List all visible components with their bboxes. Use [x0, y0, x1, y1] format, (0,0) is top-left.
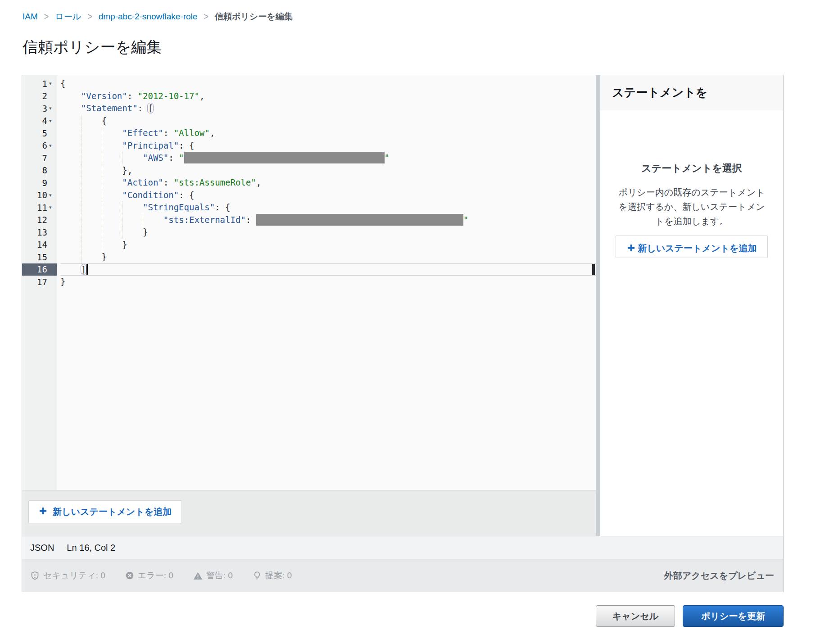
- code-line-2[interactable]: "Version": "2012-10-17",: [60, 90, 596, 103]
- code-line-11[interactable]: "StringEquals": {: [60, 201, 596, 214]
- preview-external-access-link[interactable]: 外部アクセスをプレビュー: [664, 570, 774, 582]
- code-line-3[interactable]: "Statement": [: [60, 102, 596, 115]
- gutter-line-14[interactable]: 14: [22, 239, 57, 251]
- code-line-4[interactable]: {: [60, 115, 596, 127]
- breadcrumb-current-page: 信頼ポリシーを編集: [215, 11, 293, 23]
- gutter-line-4[interactable]: 4▾: [22, 115, 57, 127]
- gutter-line-9[interactable]: 9: [22, 177, 57, 189]
- gutter-line-15[interactable]: 15: [22, 251, 57, 263]
- code-line-9[interactable]: "Action": "sts:AssumeRole",: [60, 177, 596, 189]
- code-line-6[interactable]: "Principal": {: [60, 140, 596, 152]
- cursor-position-label: Ln 16, Col 2: [67, 543, 115, 553]
- gutter-line-3[interactable]: 3▾: [22, 102, 57, 115]
- editor-mode-label: JSON: [30, 543, 54, 553]
- add-statement-button-panel[interactable]: 新しいステートメントを追加: [616, 236, 768, 258]
- gutter-line-11[interactable]: 11▾: [22, 201, 57, 214]
- code-line-7[interactable]: "AWS": "": [60, 152, 596, 164]
- suggestion-count-label: 提案: 0: [265, 570, 292, 581]
- gutter-line-6[interactable]: 6▾: [22, 140, 57, 152]
- redacted-value: [256, 214, 463, 226]
- breadcrumb-separator-icon: >: [204, 11, 209, 23]
- json-code-editor[interactable]: 1▾23▾4▾56▾78910▾11▾121314151617 {"Versio…: [22, 75, 596, 490]
- breadcrumb-separator-icon: >: [87, 11, 92, 23]
- code-line-17[interactable]: }: [60, 276, 596, 288]
- security-findings-label: セキュリティ: 0: [43, 570, 105, 581]
- gutter-line-13[interactable]: 13: [22, 226, 57, 239]
- fold-arrow-icon[interactable]: ▾: [49, 192, 57, 198]
- code-line-16[interactable]: ]: [60, 263, 596, 276]
- add-statement-button-label: 新しいステートメントを追加: [53, 506, 172, 518]
- code-line-12[interactable]: "sts:ExternalId": ": [60, 214, 596, 227]
- gutter-line-10[interactable]: 10▾: [22, 189, 57, 202]
- trust-policy-editor-box: 1▾23▾4▾56▾78910▾11▾121314151617 {"Versio…: [22, 75, 784, 592]
- editor-footer-strip: 新しいステートメントを追加: [22, 490, 596, 536]
- warning-count: 警告: 0: [193, 570, 233, 581]
- fold-arrow-icon[interactable]: ▾: [49, 105, 57, 111]
- warning-triangle-icon: [193, 571, 203, 581]
- editor-status-bar: JSON Ln 16, Col 2: [22, 536, 783, 559]
- scrollbar-cursor-mark: [592, 264, 595, 275]
- update-policy-button[interactable]: ポリシーを更新: [683, 605, 784, 627]
- cancel-button[interactable]: キャンセル: [596, 605, 675, 627]
- gutter-line-16[interactable]: 16: [22, 263, 57, 276]
- error-count: エラー: 0: [125, 570, 173, 581]
- page-title: 信頼ポリシーを編集: [23, 37, 162, 58]
- breadcrumb-link-role-name[interactable]: dmp-abc-2-snowflake-role: [99, 12, 198, 22]
- code-line-5[interactable]: "Effect": "Allow",: [60, 127, 596, 140]
- warning-count-label: 警告: 0: [206, 570, 233, 581]
- gutter-line-7[interactable]: 7: [22, 152, 57, 164]
- code-line-10[interactable]: "Condition": {: [60, 189, 596, 202]
- statement-panel-header: ステートメントを: [600, 75, 783, 111]
- gutter-line-12[interactable]: 12: [22, 214, 57, 227]
- editor-panel-divider[interactable]: [596, 75, 600, 536]
- gutter-line-1[interactable]: 1▾: [22, 77, 57, 90]
- error-circle-icon: [125, 571, 134, 580]
- code-line-1[interactable]: {: [60, 77, 596, 90]
- code-line-13[interactable]: }: [60, 226, 596, 239]
- gutter-line-8[interactable]: 8: [22, 164, 57, 177]
- error-count-label: エラー: 0: [138, 570, 173, 581]
- select-statement-description: ポリシー内の既存のステートメントを選択するか、新しいステートメントを追加します。: [616, 185, 768, 228]
- fold-arrow-icon[interactable]: ▾: [49, 204, 57, 210]
- code-line-8[interactable]: },: [60, 164, 596, 177]
- add-statement-button-label: 新しいステートメントを追加: [638, 243, 757, 253]
- gutter-line-2[interactable]: 2: [22, 90, 57, 103]
- breadcrumb-link-roles[interactable]: ロール: [55, 11, 81, 23]
- suggestion-count: 提案: 0: [253, 570, 292, 581]
- fold-arrow-icon[interactable]: ▾: [49, 81, 57, 86]
- gutter-line-17[interactable]: 17: [22, 276, 57, 288]
- lightbulb-icon: [253, 571, 262, 580]
- security-findings: セキュリティ: 0: [30, 570, 105, 581]
- plus-icon: [627, 242, 635, 256]
- add-statement-button-bottom[interactable]: 新しいステートメントを追加: [28, 500, 182, 523]
- fold-arrow-icon[interactable]: ▾: [49, 143, 57, 149]
- statement-panel-body: ステートメントを選択 ポリシー内の既存のステートメントを選択するか、新しいステー…: [600, 111, 783, 536]
- text-cursor: [86, 264, 88, 275]
- gutter-line-5[interactable]: 5: [22, 127, 57, 140]
- statement-panel: ステートメントを ステートメントを選択 ポリシー内の既存のステートメントを選択す…: [600, 75, 783, 536]
- editor-code-area[interactable]: {"Version": "2012-10-17","Statement": [{…: [57, 75, 596, 490]
- plus-icon: [39, 507, 47, 517]
- breadcrumb-separator-icon: >: [44, 11, 49, 23]
- code-line-15[interactable]: }: [60, 251, 596, 263]
- code-line-14[interactable]: }: [60, 239, 596, 251]
- redacted-value: [184, 152, 385, 163]
- editor-gutter[interactable]: 1▾23▾4▾56▾78910▾11▾121314151617: [22, 75, 57, 490]
- breadcrumb: IAM > ロール > dmp-abc-2-snowflake-role > 信…: [23, 11, 293, 23]
- validation-status-bar: セキュリティ: 0 エラー: 0 警告: 0 提案: 0 外部アクセスをプレビュ…: [22, 559, 783, 592]
- fold-arrow-icon[interactable]: ▾: [49, 118, 57, 124]
- form-actions: キャンセル ポリシーを更新: [22, 605, 784, 627]
- select-statement-title: ステートメントを選択: [616, 162, 768, 175]
- shield-exclamation-icon: [30, 571, 40, 581]
- breadcrumb-link-iam[interactable]: IAM: [23, 12, 38, 22]
